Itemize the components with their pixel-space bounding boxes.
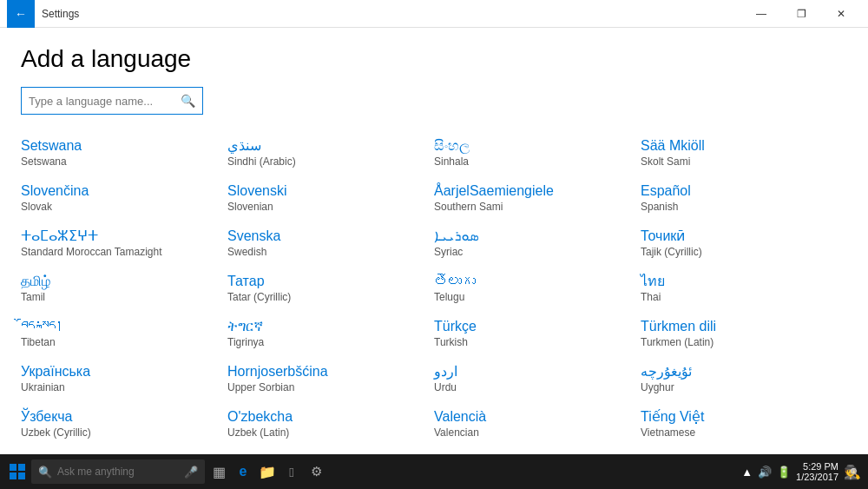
list-item[interactable]: O'zbekchaUzbek (Latin) [227, 403, 434, 448]
list-item[interactable]: བོད་སྐད།Tibetan [21, 313, 227, 358]
list-item[interactable]: TürkçeTurkish [434, 313, 641, 358]
lang-english-name: Sindhi (Arabic) [227, 155, 424, 169]
lang-english-name: Uzbek (Cyrillic) [21, 426, 217, 440]
list-item[interactable]: SetswanaSetswana [21, 132, 227, 177]
sys-icons: ▲ 🔊 🔋 [741, 466, 791, 479]
lang-english-name: Upper Sorbian [227, 381, 424, 395]
title-bar-controls: — ❐ ✕ [741, 0, 861, 28]
taskbar-search-input[interactable] [57, 466, 179, 478]
list-item[interactable]: Sää MkiöllSkolt Sami [641, 132, 847, 177]
list-item[interactable]: اردوUrdu [434, 358, 641, 403]
list-item[interactable]: SvenskaSwedish [227, 222, 434, 268]
lang-english-name: Vietnamese [641, 426, 837, 440]
minimize-button[interactable]: — [741, 0, 781, 28]
lang-english-name: Valencian [434, 426, 630, 440]
title-bar-left: ← Settings [7, 0, 79, 28]
list-item[interactable]: سنڌيSindhi (Arabic) [227, 132, 434, 177]
list-item[interactable]: Tiếng ViệtVietnamese [641, 403, 847, 448]
back-button[interactable]: ← [7, 0, 35, 28]
file-explorer-icon[interactable]: 📁 [257, 461, 278, 482]
lang-english-name: Slovak [21, 201, 217, 215]
lang-native-name: ܣܘܪܝܝܐ [434, 228, 630, 246]
lang-english-name: Slovenian [227, 201, 424, 215]
lang-english-name: Southern Sami [434, 201, 630, 215]
list-item[interactable]: HornjoserbšćinaUpper Sorbian [227, 358, 434, 403]
list-item[interactable]: EspañolSpanish [641, 177, 847, 222]
list-item[interactable]: ትግርኛTigrinya [227, 313, 434, 358]
lang-native-name: తెలుగు [434, 273, 630, 291]
taskbar-right: ▲ 🔊 🔋 5:29 PM 1/23/2017 🕵 [741, 461, 861, 482]
network-icon: ▲ [741, 466, 753, 479]
lang-native-name: Hornjoserbšćina [227, 363, 424, 381]
close-button[interactable]: ✕ [821, 0, 861, 28]
lang-english-name: Setswana [21, 155, 217, 169]
list-item[interactable]: සිංහලSinhala [434, 132, 641, 177]
lang-english-name: Syriac [434, 246, 630, 260]
list-item[interactable]: ТочикӣTajik (Cyrillic) [641, 222, 847, 268]
lang-native-name: Slovenčina [21, 182, 217, 201]
taskbar-left: 🔍 🎤 ▦ e 📁 🛙 ⚙ [7, 459, 326, 484]
list-item[interactable]: ไทยThai [641, 268, 847, 313]
lang-native-name: བོད་སྐད། [21, 318, 217, 336]
lang-native-name: ئۇيغۇرچە [641, 363, 837, 381]
lang-english-name: Tibetan [21, 336, 217, 350]
main-content: Add a language 🔍 SetswanaSetswanaسنڌيSin… [0, 28, 868, 454]
time-display: 5:29 PM [796, 461, 838, 472]
list-item[interactable]: 彝文Yi [434, 448, 641, 454]
lang-english-name: Tatar (Cyrillic) [227, 291, 424, 305]
lang-native-name: ÅarjelSaemiengiele [434, 182, 630, 201]
list-item[interactable]: ÅarjelSaemiengieleSouthern Sami [434, 177, 641, 222]
list-item[interactable]: УкраїнськаUkrainian [21, 358, 227, 403]
list-item[interactable]: தமிழ்Tamil [21, 268, 227, 313]
title-bar: ← Settings — ❐ ✕ [0, 0, 868, 28]
list-item[interactable]: SlovenskiSlovenian [227, 177, 434, 222]
lang-english-name: Ukrainian [21, 381, 217, 395]
main-panel: Add a language 🔍 SetswanaSetswanaسنڌيSin… [0, 28, 868, 454]
lang-english-name: Skolt Sami [641, 155, 837, 169]
lang-native-name: ไทย [641, 273, 837, 291]
lang-native-name: Sää Mkiöll [641, 137, 837, 155]
taskbar-search[interactable]: 🔍 🎤 [31, 459, 205, 484]
title-bar-title: Settings [42, 8, 79, 20]
lang-native-name: ⵜⴰⵎⴰⵣⵉⵖⵜ [21, 228, 217, 246]
list-item[interactable]: ЎзбекчаUzbek (Cyrillic) [21, 403, 227, 448]
notification-icon[interactable]: 🕵 [844, 464, 861, 480]
search-input[interactable] [29, 95, 181, 108]
list-item[interactable]: ValenciàValencian [434, 403, 641, 448]
lang-native-name: Türkmen dili [641, 318, 837, 336]
lang-english-name: Tigrinya [227, 336, 424, 350]
lang-english-name: Turkmen (Latin) [641, 336, 837, 350]
search-box[interactable]: 🔍 [21, 87, 203, 115]
lang-native-name: Tiếng Việt [641, 408, 837, 426]
lang-native-name: Svenska [227, 228, 424, 246]
list-item[interactable]: WolofWolof [227, 448, 434, 454]
list-item[interactable]: CymraegWelsh [21, 448, 227, 454]
list-item[interactable]: ⵜⴰⵎⴰⵣⵉⵖⵜStandard Moroccan Tamazight [21, 222, 227, 268]
clock[interactable]: 5:29 PM 1/23/2017 [796, 461, 838, 482]
date-display: 1/23/2017 [796, 472, 838, 482]
settings-taskbar-icon[interactable]: ⚙ [306, 461, 326, 482]
lang-english-name: Uyghur [641, 381, 837, 395]
lang-native-name: සිංහල [434, 137, 630, 155]
list-item[interactable]: తెలుగుTelugu [434, 268, 641, 313]
lang-native-name: Slovenski [227, 182, 424, 201]
edge-icon[interactable]: e [233, 461, 253, 482]
lang-native-name: Valencià [434, 408, 630, 426]
lang-english-name: Swedish [227, 246, 424, 260]
list-item[interactable]: ܣܘܪܝܝܐSyriac [434, 222, 641, 268]
lang-native-name: O'zbekcha [227, 408, 424, 426]
windows-start-icon[interactable] [7, 461, 28, 482]
lang-english-name: Spanish [641, 201, 837, 215]
lang-native-name: Точикӣ [641, 228, 837, 246]
list-item[interactable]: ئۇيغۇرچەUyghur [641, 358, 847, 403]
list-item[interactable]: SlovenčinaSlovak [21, 177, 227, 222]
lang-english-name: Sinhala [434, 155, 630, 169]
list-item[interactable]: ТатарTatar (Cyrillic) [227, 268, 434, 313]
maximize-button[interactable]: ❐ [781, 0, 821, 28]
task-view-icon[interactable]: ▦ [208, 461, 229, 482]
store-icon[interactable]: 🛙 [281, 461, 302, 482]
lang-english-name: Telugu [434, 291, 630, 305]
list-item[interactable]: Türkmen diliTurkmen (Latin) [641, 313, 847, 358]
lang-native-name: Setswana [21, 137, 217, 155]
list-item[interactable]: YorùbáYoruba [641, 448, 847, 454]
